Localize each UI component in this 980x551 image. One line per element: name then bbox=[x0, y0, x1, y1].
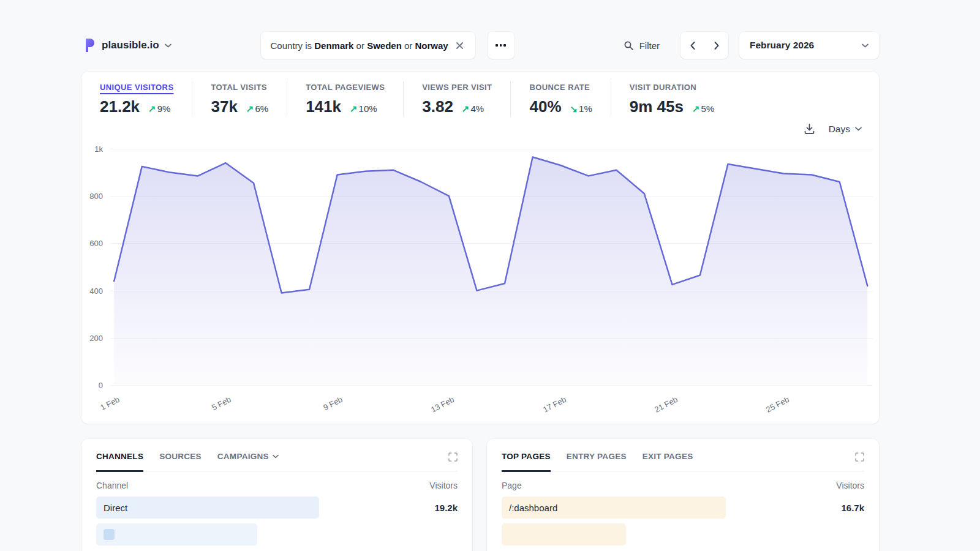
arrow-up-right-icon: ↗ bbox=[692, 103, 700, 114]
tab-sources[interactable]: SOURCES bbox=[159, 452, 202, 472]
pages-panel: TOP PAGES ENTRY PAGES EXIT PAGES Page Vi… bbox=[487, 439, 879, 551]
arrow-up-right-icon: ↗ bbox=[350, 103, 358, 114]
stat-label: TOTAL PAGEVIEWS bbox=[306, 83, 385, 92]
prev-period-button[interactable] bbox=[680, 32, 704, 59]
y-axis-tick-label: 0 bbox=[99, 381, 103, 390]
stat-delta: ↗10% bbox=[350, 103, 377, 114]
search-icon bbox=[624, 40, 634, 51]
filter-button-label: Filter bbox=[639, 40, 660, 51]
column-header-channel: Channel bbox=[96, 481, 128, 490]
x-axis-tick-label: 13 Feb bbox=[429, 395, 456, 414]
expand-icon bbox=[448, 452, 458, 462]
pages-table-header: Page Visitors bbox=[502, 481, 864, 490]
visitors-chart: 02004006008001k 1 Feb5 Feb9 Feb13 Feb17 … bbox=[110, 149, 873, 385]
stat-bounce-rate[interactable]: BOUNCE RATE 40% ↘1% bbox=[529, 81, 611, 116]
stat-delta: ↗9% bbox=[148, 103, 170, 114]
stat-delta: ↗6% bbox=[246, 103, 268, 114]
stat-visit-duration[interactable]: VISIT DURATION 9m 45s ↗5% bbox=[630, 81, 733, 116]
column-header-visitors: Visitors bbox=[836, 481, 864, 490]
channels-panel: CHANNELS SOURCES CAMPAIGNS Channel Visit… bbox=[81, 439, 472, 551]
bottom-panels: CHANNELS SOURCES CAMPAIGNS Channel Visit… bbox=[81, 439, 879, 551]
stat-value: 21.2k bbox=[100, 97, 140, 116]
x-axis-tick-label: 9 Feb bbox=[322, 395, 344, 412]
gridline bbox=[110, 385, 873, 386]
chart-svg bbox=[110, 149, 873, 385]
x-axis-tick-label: 25 Feb bbox=[764, 395, 791, 414]
expand-channels-button[interactable] bbox=[448, 452, 458, 470]
stat-delta: ↘1% bbox=[570, 103, 592, 114]
expand-pages-button[interactable] bbox=[855, 452, 864, 470]
tab-campaigns[interactable]: CAMPAIGNS bbox=[217, 452, 279, 472]
stat-unique-visitors[interactable]: UNIQUE VISITORS 21.2k ↗9% bbox=[100, 81, 192, 116]
site-picker[interactable]: plausible.io bbox=[81, 38, 172, 53]
site-name: plausible.io bbox=[102, 39, 159, 51]
remove-filter-button[interactable] bbox=[454, 40, 466, 51]
chevron-down-icon bbox=[165, 43, 172, 48]
table-row-partial[interactable] bbox=[96, 523, 458, 545]
more-filters-button[interactable] bbox=[488, 32, 514, 59]
tab-top-pages[interactable]: TOP PAGES bbox=[502, 452, 551, 472]
period-nav bbox=[680, 32, 728, 59]
stat-value: 37k bbox=[211, 97, 237, 116]
stat-total-visits[interactable]: TOTAL VISITS 37k ↗6% bbox=[211, 81, 287, 116]
pages-rows: /:dashboard 16.7k bbox=[502, 497, 864, 545]
country-filter-chip[interactable]: Country is Denmark or Sweden or Norway bbox=[261, 32, 475, 59]
column-header-page: Page bbox=[502, 481, 522, 490]
value-bar bbox=[502, 523, 626, 545]
x-axis-tick-label: 21 Feb bbox=[653, 395, 679, 414]
chevron-down-icon bbox=[855, 127, 862, 131]
stat-value: 40% bbox=[529, 97, 561, 116]
tab-exit-pages[interactable]: EXIT PAGES bbox=[643, 452, 693, 472]
y-axis-tick-label: 1k bbox=[94, 144, 103, 154]
stat-label: VIEWS PER VISIT bbox=[422, 83, 492, 92]
arrow-up-right-icon: ↗ bbox=[246, 103, 254, 114]
pages-tabs-row: TOP PAGES ENTRY PAGES EXIT PAGES bbox=[502, 452, 864, 471]
stat-label: VISIT DURATION bbox=[630, 83, 714, 92]
y-axis-tick-label: 200 bbox=[89, 333, 103, 342]
chevron-down-icon bbox=[862, 43, 869, 48]
chevron-left-icon bbox=[690, 42, 695, 50]
stat-label: UNIQUE VISITORS bbox=[100, 83, 173, 92]
chevron-down-icon bbox=[273, 454, 279, 459]
expand-icon bbox=[855, 452, 864, 462]
stat-delta: ↗5% bbox=[692, 103, 714, 114]
filter-button[interactable]: Filter bbox=[624, 40, 660, 51]
interval-picker[interactable]: Days bbox=[829, 124, 862, 135]
table-row-direct[interactable]: Direct 19.2k bbox=[96, 497, 458, 519]
tab-entry-pages[interactable]: ENTRY PAGES bbox=[567, 452, 627, 472]
interval-label: Days bbox=[829, 124, 850, 135]
row-value: 16.7k bbox=[813, 503, 864, 513]
arrow-up-right-icon: ↗ bbox=[148, 103, 156, 114]
chevron-right-icon bbox=[714, 42, 719, 50]
x-axis-tick-label: 5 Feb bbox=[210, 395, 232, 412]
analytics-panel: UNIQUE VISITORS 21.2k ↗9% TOTAL VISITS 3… bbox=[81, 72, 879, 424]
next-period-button[interactable] bbox=[704, 32, 728, 59]
stat-total-pageviews[interactable]: TOTAL PAGEVIEWS 141k ↗10% bbox=[306, 81, 404, 116]
column-header-visitors: Visitors bbox=[429, 481, 458, 490]
download-icon[interactable] bbox=[804, 123, 815, 135]
top-bar: plausible.io Country is Denmark or Swede… bbox=[81, 32, 879, 59]
date-range-picker[interactable]: February 2026 bbox=[739, 32, 879, 59]
y-axis-tick-label: 400 bbox=[89, 286, 103, 295]
row-value: 19.2k bbox=[406, 503, 458, 513]
favicon bbox=[104, 529, 115, 540]
stat-views-per-visit[interactable]: VIEWS PER VISIT 3.82 ↗4% bbox=[422, 81, 511, 116]
stat-label: TOTAL VISITS bbox=[211, 83, 268, 92]
date-range-label: February 2026 bbox=[750, 40, 814, 51]
stat-value: 9m 45s bbox=[630, 97, 684, 116]
row-label: /:dashboard bbox=[502, 497, 813, 519]
tab-channels[interactable]: CHANNELS bbox=[96, 452, 143, 472]
x-axis-tick-label: 17 Feb bbox=[541, 395, 568, 414]
chart-toolbar: Days bbox=[804, 123, 862, 135]
row-label bbox=[96, 523, 406, 545]
channels-tabs-row: CHANNELS SOURCES CAMPAIGNS bbox=[96, 452, 458, 471]
table-row-partial[interactable] bbox=[502, 523, 864, 545]
arrow-up-right-icon: ↗ bbox=[462, 103, 470, 114]
channels-table-header: Channel Visitors bbox=[96, 481, 458, 490]
plausible-logo-icon bbox=[84, 38, 96, 53]
more-options-icon bbox=[496, 44, 506, 47]
row-label: Direct bbox=[96, 497, 406, 519]
table-row-dashboard[interactable]: /:dashboard 16.7k bbox=[502, 497, 864, 519]
y-axis-tick-label: 600 bbox=[89, 239, 103, 248]
chart-area-fill bbox=[114, 157, 867, 386]
